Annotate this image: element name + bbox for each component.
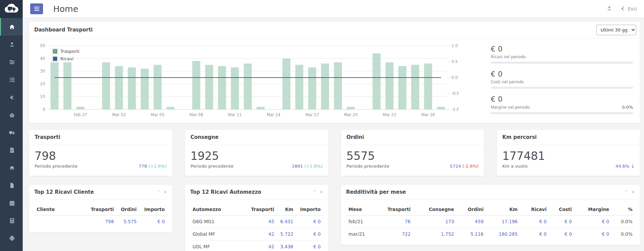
stat-card-delta: (-2.6%) [462, 164, 479, 169]
sidebar-item-file-text[interactable] [0, 141, 23, 159]
table-cell: Global MF [190, 228, 246, 240]
sidebar-item-file[interactable] [0, 176, 23, 194]
table-cell: € 0 [549, 215, 574, 228]
inbox-icon [9, 165, 15, 171]
stat-card-label: Periodo precedente [190, 164, 234, 169]
sidebar-item-user[interactable] [0, 36, 23, 53]
sidebar: € [0, 0, 23, 251]
close-icon[interactable]: ✕ [320, 190, 323, 194]
sidebar-item-sliders[interactable] [0, 53, 23, 71]
table-cell: € 0 [295, 240, 323, 251]
metric-margine-label: Margine nel periodo [491, 105, 530, 110]
sidebar-item-truck[interactable] [0, 124, 23, 141]
svg-text:Mar 17: Mar 17 [305, 112, 319, 117]
app-root: € [0, 0, 644, 251]
column-header: Ordini [116, 203, 139, 215]
dashboard-panel: Dashboard Trasporti Ultimi 30 gg 0102030… [29, 21, 640, 123]
metric-margine-value: € 0 [491, 95, 633, 103]
stat-card-consegne: Consegne 1925 Periodo precedente 1891 (+… [185, 129, 328, 176]
column-header: Mese [346, 203, 373, 215]
sidebar-item-calculator[interactable] [0, 212, 23, 229]
svg-text:40: 40 [40, 56, 45, 61]
svg-text:Mar 02: Mar 02 [112, 112, 126, 117]
printer-icon [9, 235, 15, 241]
page-title: Home [53, 4, 78, 14]
logout-label: Esci [628, 6, 637, 12]
metric-margine-progressbar [491, 112, 633, 114]
table-row: 7985.575€ 0 [35, 215, 167, 228]
column-header: Margine [574, 203, 611, 215]
svg-text:20: 20 [40, 82, 45, 86]
table-cell: 42 [246, 228, 276, 240]
collapse-icon[interactable]: ⌃ [313, 190, 316, 194]
topbar-right: Esci [607, 6, 637, 12]
metric-ricavi-label: Ricavi nel periodo [491, 55, 526, 59]
automezzi-table: AutomezzoTrasportiKmImportoG6G MG1456.43… [190, 203, 323, 251]
table-cell: 0.0% [611, 228, 635, 240]
stat-card-value: 798 [35, 149, 167, 163]
metric-ricavi-progressbar [491, 62, 633, 64]
euro-icon: € [9, 95, 15, 100]
table-cell: 798 [85, 215, 116, 228]
collapse-icon[interactable]: ⌃ [625, 190, 628, 194]
top-ricavi-automezzo-panel: Top 12 Ricavi Automezzo ⌃ ✕ AutomezzoTra… [185, 184, 328, 251]
metric-costi-value: € 0 [491, 70, 633, 78]
table-cell: € 0 [520, 215, 548, 228]
stat-card-compare: 44.6% [616, 164, 629, 169]
panel-title: Top 12 Ricavi Cliente [34, 189, 94, 195]
close-icon[interactable]: ✕ [164, 190, 167, 194]
file-icon [9, 183, 15, 188]
content: Dashboard Trasporti Ultimi 30 gg 0102030… [23, 18, 644, 251]
column-header: Automezzo [190, 203, 246, 215]
table-cell: 1.752 [412, 228, 456, 240]
panel-title: Top 12 Ricavi Automezzo [190, 189, 261, 195]
close-icon[interactable]: ✕ [631, 190, 635, 194]
svg-text:1.0: 1.0 [451, 43, 458, 48]
table-cell: feb/21 [346, 215, 373, 228]
table-cell: € 0 [520, 228, 548, 240]
basket-icon [9, 112, 15, 118]
arrow-down-icon: ↓ [631, 164, 635, 169]
svg-text:Trasporti: Trasporti [60, 49, 79, 54]
sidebar-item-euro[interactable]: € [0, 88, 23, 106]
sidebar-item-home[interactable] [0, 18, 23, 36]
logout-link[interactable]: Esci [621, 6, 637, 12]
sidebar-toggle-button[interactable] [30, 3, 43, 14]
period-summary: € 0 Ricavi nel periodo € 0 Costi nel per… [491, 41, 633, 123]
sidebar-item-list[interactable] [0, 71, 23, 88]
svg-text:-1.0: -1.0 [451, 107, 459, 112]
collapse-icon[interactable]: ⌃ [157, 190, 160, 194]
period-select[interactable]: Ultimi 30 gg [596, 25, 636, 35]
svg-text:€: € [10, 95, 14, 100]
stat-card-value: 5575 [346, 149, 479, 163]
clienti-table: ClienteTrasportiOrdiniImporto7985.575€ 0 [35, 203, 167, 228]
stat-card-value: 177481 [502, 149, 635, 163]
svg-text:Mar 05: Mar 05 [151, 112, 164, 117]
table-cell: 459 [456, 215, 486, 228]
stat-card-label: Km a vuoto [502, 164, 527, 169]
user-profile-icon[interactable] [607, 6, 612, 12]
column-header: Costi [549, 203, 574, 215]
sidebar-item-calendar[interactable] [0, 194, 23, 212]
table-cell: € 0 [549, 228, 574, 240]
chart-canvas: 01020304050-1.0-0.50.00.51.0Feb 27Mar 02… [33, 41, 459, 122]
svg-text:Mar 26: Mar 26 [421, 112, 435, 117]
stat-card-compare: 1891 [292, 164, 303, 169]
truck-cloud-logo-icon [4, 3, 19, 15]
stat-card-title: Km percorsi [497, 130, 640, 145]
sidebar-menu: € [0, 18, 23, 247]
app-logo[interactable] [0, 0, 23, 18]
stat-card-delta: (+2.6%) [148, 164, 167, 169]
table-cell [35, 215, 85, 228]
svg-text:Mar 23: Mar 23 [383, 112, 396, 117]
metric-costi: € 0 Costi nel periodo [491, 70, 633, 89]
sidebar-item-inbox[interactable] [0, 159, 23, 176]
sidebar-item-printer[interactable] [0, 229, 23, 247]
table-cell: € 0 [139, 215, 167, 228]
stat-card-label: Periodo precedente [346, 164, 389, 169]
redditivita-table: MeseTrasportiConsegneOrdiniKmRicaviCosti… [346, 203, 635, 240]
table-row: mar/217221.7525.116160.285€ 0€ 0€ 00.0% [346, 228, 635, 240]
column-header: Km [486, 203, 520, 215]
sidebar-item-basket[interactable] [0, 106, 23, 124]
dashboard-panel-body: 01020304050-1.0-0.50.00.51.0Feb 27Mar 02… [29, 38, 640, 123]
